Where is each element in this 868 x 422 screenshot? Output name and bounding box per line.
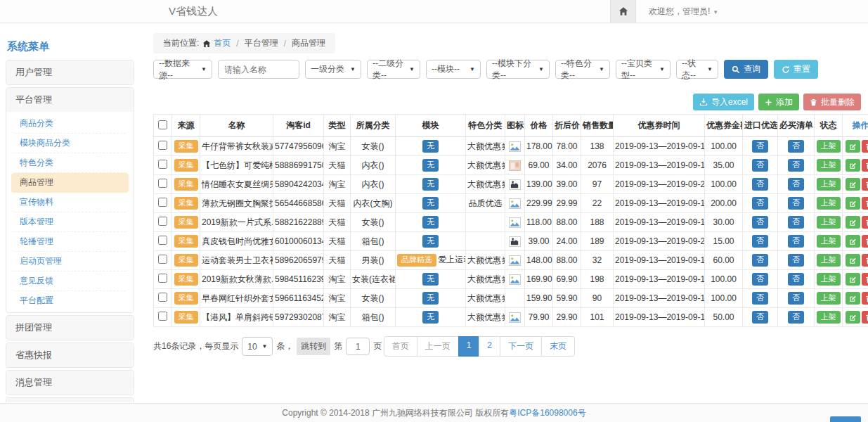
edit-button[interactable] [846, 254, 860, 267]
module-badge[interactable]: 无 [422, 292, 439, 305]
delete-button[interactable] [862, 235, 868, 248]
status-badge[interactable]: 上架 [817, 197, 841, 210]
breadcrumb-home-link[interactable]: 首页 [202, 37, 231, 49]
delete-button[interactable] [862, 216, 868, 229]
delete-button[interactable] [862, 159, 868, 172]
row-checkbox[interactable] [158, 274, 167, 283]
import-select-toggle[interactable]: 否 [752, 235, 768, 248]
edit-button[interactable] [846, 311, 860, 324]
module-badge[interactable]: 无 [422, 273, 439, 286]
import-select-toggle[interactable]: 否 [752, 254, 768, 267]
edit-button[interactable] [846, 159, 860, 172]
edit-button[interactable] [846, 273, 860, 286]
status-badge[interactable]: 上架 [817, 178, 841, 191]
module-select[interactable]: --模块--▼ [426, 60, 481, 79]
feature-category-select[interactable]: --特色分类--▼ [555, 60, 610, 79]
sidebar-item-版本管理[interactable]: 版本管理 [11, 212, 129, 232]
module-badge[interactable]: 无 [422, 140, 439, 153]
data-source-select[interactable]: --数据来源--▼ [153, 60, 212, 79]
status-badge[interactable]: 上架 [817, 311, 841, 324]
module-badge[interactable]: 无 [422, 197, 439, 210]
row-checkbox[interactable] [158, 312, 167, 321]
item-type-select[interactable]: --宝贝类型--▼ [616, 60, 671, 79]
sidebar-section-header-3[interactable]: 省惠快报 [6, 343, 134, 367]
row-checkbox[interactable] [158, 179, 167, 188]
sidebar-item-轮播管理[interactable]: 轮播管理 [11, 232, 129, 252]
must-buy-toggle[interactable]: 否 [788, 235, 804, 248]
edit-button[interactable] [846, 235, 860, 248]
delete-button[interactable] [862, 273, 868, 286]
import-select-toggle[interactable]: 否 [752, 197, 768, 210]
edit-button[interactable] [846, 178, 860, 191]
delete-button[interactable] [862, 178, 868, 191]
row-checkbox[interactable] [158, 255, 167, 264]
sidebar-item-启动页管理[interactable]: 启动页管理 [11, 252, 129, 271]
row-checkbox[interactable] [158, 293, 167, 302]
name-search-input[interactable] [218, 60, 299, 79]
pager-item-2[interactable]: 2 [479, 336, 500, 357]
edit-button[interactable] [846, 197, 860, 210]
must-buy-toggle[interactable]: 否 [788, 311, 804, 324]
module-badge[interactable]: 无 [422, 178, 439, 191]
sidebar-item-商品分类[interactable]: 商品分类 [11, 114, 129, 134]
edit-button[interactable] [846, 292, 860, 305]
must-buy-toggle[interactable]: 否 [788, 292, 804, 305]
row-checkbox[interactable] [158, 141, 167, 150]
module-badge[interactable]: 无 [422, 216, 439, 229]
import-select-toggle[interactable]: 否 [752, 178, 768, 191]
must-buy-toggle[interactable]: 否 [788, 197, 804, 210]
delete-button[interactable] [862, 140, 868, 153]
import-select-toggle[interactable]: 否 [752, 273, 768, 286]
sidebar-item-平台配置[interactable]: 平台配置 [11, 291, 129, 310]
delete-button[interactable] [862, 311, 868, 324]
status-badge[interactable]: 上架 [817, 159, 841, 172]
sidebar-item-宣传物料[interactable]: 宣传物料 [11, 193, 129, 212]
level2-category-select[interactable]: --二级分类--▼ [367, 60, 420, 79]
sidebar-section-header-0[interactable]: 用户管理 [6, 60, 134, 84]
sidebar-item-模块商品分类[interactable]: 模块商品分类 [11, 134, 129, 153]
import-select-toggle[interactable]: 否 [752, 216, 768, 229]
per-page-select[interactable]: 10▼ [242, 337, 273, 356]
import-select-toggle[interactable]: 否 [752, 292, 768, 305]
delete-button[interactable] [862, 292, 868, 305]
must-buy-toggle[interactable]: 否 [788, 140, 804, 153]
sidebar-section-header-2[interactable]: 拼团管理 [6, 316, 134, 340]
status-badge[interactable]: 上架 [817, 235, 841, 248]
import-select-toggle[interactable]: 否 [752, 140, 768, 153]
import-excel-button[interactable]: 导入excel [693, 94, 754, 110]
user-menu[interactable]: 欢迎您，管理员!▼ [636, 0, 718, 23]
pager-item-下一页[interactable]: 下一页 [500, 336, 542, 357]
row-checkbox[interactable] [158, 236, 167, 245]
delete-button[interactable] [862, 197, 868, 210]
icp-link[interactable]: 粤ICP备16098006号 [509, 408, 585, 418]
sidebar-item-特色分类[interactable]: 特色分类 [11, 153, 129, 173]
status-badge[interactable]: 上架 [817, 273, 841, 286]
module-subcategory-select[interactable]: --模块下分类--▼ [486, 60, 550, 79]
sidebar-item-商品管理[interactable]: 商品管理 [11, 173, 129, 193]
add-button[interactable]: 添加 [758, 94, 799, 110]
module-badge[interactable]: 无 [422, 235, 439, 248]
import-select-toggle[interactable]: 否 [752, 159, 768, 172]
reset-button[interactable]: 重置 [774, 60, 818, 79]
pager-item-1[interactable]: 1 [458, 336, 480, 357]
sidebar-item-意见反馈[interactable]: 意见反馈 [11, 271, 129, 291]
row-checkbox[interactable] [158, 160, 167, 169]
import-select-toggle[interactable]: 否 [752, 311, 768, 324]
query-button[interactable]: 查询 [724, 60, 768, 79]
must-buy-toggle[interactable]: 否 [788, 273, 804, 286]
row-checkbox[interactable] [158, 217, 167, 226]
status-badge[interactable]: 上架 [817, 254, 841, 267]
sidebar-section-header-4[interactable]: 消息管理 [6, 371, 134, 395]
select-all-checkbox[interactable] [158, 120, 167, 129]
status-badge[interactable]: 上架 [817, 216, 841, 229]
module-badge[interactable]: 无 [422, 311, 439, 324]
delete-button[interactable] [862, 254, 868, 267]
home-button[interactable] [610, 0, 636, 23]
sidebar-section-header-5[interactable]: 订单管理 [6, 398, 134, 402]
edit-button[interactable] [846, 216, 860, 229]
jump-to-button[interactable]: 跳转到 [297, 338, 330, 355]
pager-item-上一页[interactable]: 上一页 [417, 336, 459, 357]
must-buy-toggle[interactable]: 否 [788, 254, 804, 267]
status-badge[interactable]: 上架 [817, 292, 841, 305]
level1-category-select[interactable]: 一级分类▼ [305, 60, 361, 79]
